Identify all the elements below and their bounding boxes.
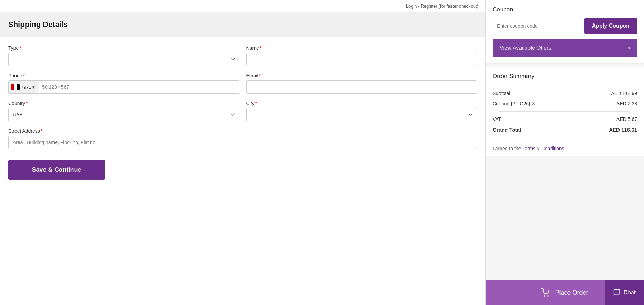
phone-input[interactable] <box>38 81 239 93</box>
city-group: City* <box>246 101 477 121</box>
right-panel: Coupon Apply Coupon View Available Offer… <box>485 0 644 305</box>
view-offers-button[interactable]: View Available Offers › <box>493 39 637 57</box>
coupon-title: Coupon <box>493 6 637 13</box>
vat-value: AED 5.67 <box>616 116 637 122</box>
coupon-discount-value: -AED 2.38 <box>615 101 637 106</box>
name-required: * <box>260 45 261 51</box>
phone-group: Phone* +971 ▾ <box>8 73 239 94</box>
save-continue-button[interactable]: Save & Continue <box>8 160 105 180</box>
terms-link[interactable]: Terms & Conditions <box>522 146 564 151</box>
street-input[interactable] <box>8 136 477 149</box>
phone-required: * <box>23 73 24 78</box>
type-required: * <box>19 45 21 51</box>
city-label: City* <box>246 101 477 106</box>
name-input[interactable] <box>246 53 477 66</box>
subtotal-row: Subtotal AED 118.99 <box>493 90 637 96</box>
street-group: Street Address* <box>8 128 477 149</box>
email-input[interactable] <box>246 80 477 94</box>
svg-point-1 <box>547 295 549 297</box>
country-select[interactable]: UAE <box>8 108 239 121</box>
chat-bubble-icon <box>613 289 621 296</box>
grand-total-label: Grand Total <box>493 127 521 133</box>
login-bar[interactable]: Login / Register (for faster checkout) <box>0 0 485 12</box>
grand-total-row: Grand Total AED 116.61 <box>493 127 637 133</box>
subtotal-value: AED 118.99 <box>611 90 637 96</box>
order-summary-section: Order Summary <box>486 67 644 85</box>
cart-icon <box>541 288 551 297</box>
phone-code: +971 <box>21 85 31 90</box>
type-group: Type* <box>8 45 239 66</box>
type-select[interactable] <box>8 53 239 66</box>
shipping-header: Shipping Details <box>0 12 485 37</box>
grand-total-value: AED 116.61 <box>609 127 637 133</box>
phone-flag-code[interactable]: +971 ▾ <box>9 81 38 93</box>
coupon-input[interactable] <box>493 18 581 34</box>
place-order-label: Place Order <box>555 289 588 296</box>
type-label: Type* <box>8 45 239 51</box>
email-label: Email* <box>246 73 477 78</box>
chat-label: Chat <box>623 289 636 296</box>
country-group: Country* UAE <box>8 101 239 121</box>
login-register-text: Login / Register (for faster checkout) <box>406 3 478 9</box>
chat-button[interactable]: Chat <box>605 280 644 305</box>
phone-wrapper: +971 ▾ <box>8 80 239 94</box>
email-group: Email* <box>246 73 477 94</box>
type-name-row: Type* Name* <box>8 45 477 66</box>
country-city-row: Country* UAE City* <box>8 101 477 121</box>
email-required: * <box>259 73 261 78</box>
phone-email-row: Phone* +971 ▾ <box>8 73 477 94</box>
name-label: Name* <box>246 45 477 51</box>
name-group: Name* <box>246 45 477 66</box>
chevron-right-icon: › <box>628 44 630 51</box>
city-required: * <box>255 101 257 106</box>
uae-flag <box>11 84 20 90</box>
phone-dropdown-arrow: ▾ <box>32 85 35 90</box>
svg-point-0 <box>544 295 545 297</box>
terms-prefix: I agree to the <box>493 146 522 151</box>
street-label: Street Address* <box>8 128 477 134</box>
apply-coupon-button[interactable]: Apply Coupon <box>584 18 637 34</box>
city-select[interactable] <box>246 108 477 121</box>
vat-row: VAT AED 5.67 <box>493 116 637 122</box>
left-panel: Login / Register (for faster checkout) S… <box>0 0 485 305</box>
view-offers-label: View Available Offers <box>499 45 551 51</box>
summary-rows: Subtotal AED 118.99 Coupon [PFIO26] ✕ -A… <box>486 85 644 143</box>
shipping-title: Shipping Details <box>8 20 477 29</box>
street-required: * <box>41 128 42 134</box>
terms-row: I agree to the Terms & Conditions <box>486 143 644 156</box>
coupon-row-summary: Coupon [PFIO26] ✕ -AED 2.38 <box>493 101 637 106</box>
country-label: Country* <box>8 101 239 106</box>
coupon-remove-button[interactable]: ✕ <box>532 101 535 106</box>
coupon-applied-label: Coupon [PFIO26] ✕ <box>493 101 535 106</box>
order-summary-title: Order Summary <box>493 73 637 85</box>
phone-label: Phone* <box>8 73 239 78</box>
subtotal-label: Subtotal <box>493 90 510 96</box>
place-order-bar: Place Order Chat <box>486 280 644 305</box>
country-required: * <box>26 101 28 106</box>
vat-label: VAT <box>493 116 501 122</box>
coupon-section: Coupon Apply Coupon View Available Offer… <box>486 0 644 64</box>
coupon-row: Apply Coupon <box>493 18 637 34</box>
shipping-form: Type* Name* Phone* <box>0 37 485 305</box>
